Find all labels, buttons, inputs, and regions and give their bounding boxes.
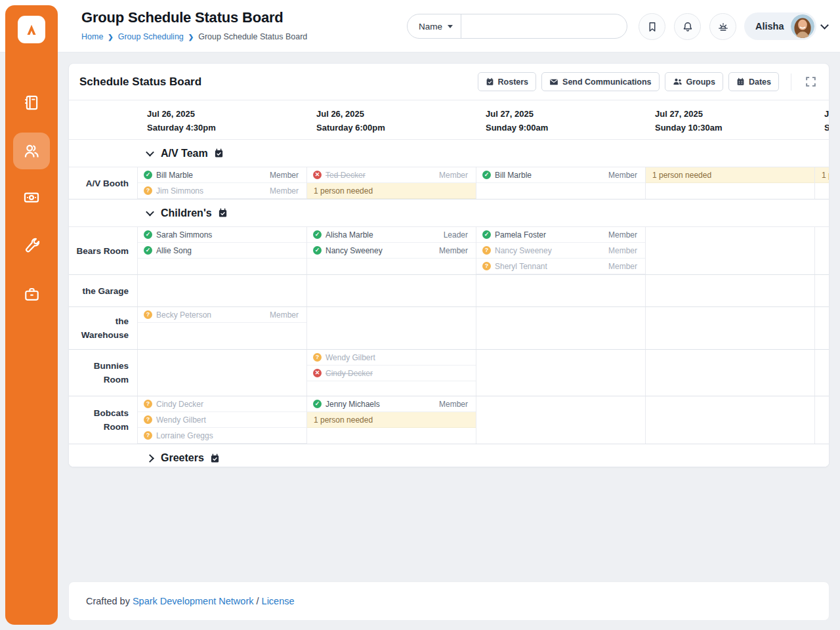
schedule-cell: ✓Pamela FosterMember?Nancy SweeneyMember…	[476, 227, 646, 274]
occurrence-header: Jul 26, 2025Saturday 4:30pm	[138, 100, 307, 139]
sidebar-item-tools[interactable]	[13, 226, 50, 263]
group-header-children-s[interactable]: Children's	[69, 200, 830, 227]
sidebar-item-work[interactable]	[13, 276, 50, 312]
notifications-button[interactable]	[674, 13, 701, 40]
empty-slot	[307, 275, 476, 291]
send-communications-button[interactable]: Send Communications	[541, 72, 659, 91]
empty-slot	[815, 227, 830, 243]
calendar-check-icon	[486, 77, 494, 86]
person-role: Member	[603, 246, 637, 255]
breadcrumb-group-scheduling-link[interactable]: Group Scheduling	[118, 32, 184, 41]
calendar-check-icon	[210, 453, 220, 463]
empty-slot	[646, 307, 814, 323]
license-link[interactable]: License	[262, 596, 295, 606]
empty-slot	[815, 307, 830, 323]
person-name: Nancy Sweeney	[326, 246, 383, 255]
status-confirmed-icon: ✓	[144, 246, 152, 255]
schedule-cell	[815, 350, 830, 396]
status-confirmed-icon: ✓	[313, 230, 322, 239]
avatar	[791, 14, 814, 38]
person-role: Leader	[438, 230, 468, 240]
needed-slot: 1 person needed	[307, 412, 476, 428]
empty-slot	[476, 183, 645, 199]
users-icon	[673, 77, 682, 86]
assignment-slot: ✓Bill MarbleMember	[138, 167, 306, 183]
schedule-cell: ✓Bill MarbleMember?Jim SimmonsMember	[138, 167, 307, 199]
bookmark-button[interactable]	[639, 13, 665, 40]
search-input[interactable]	[461, 14, 627, 38]
sidebar-item-book[interactable]	[13, 84, 50, 121]
sidebar-item-people[interactable]	[13, 133, 50, 169]
empty-slot	[307, 307, 476, 323]
footer-card: Crafted by Spark Development Network / L…	[68, 581, 830, 621]
fullscreen-button[interactable]	[802, 73, 820, 91]
assignment-slot: ✕Ted DeckerMember	[307, 167, 476, 183]
occurrence-header: Jul 27, 2025Sunday 10:30am	[646, 100, 815, 139]
room-label: A/V Booth	[69, 167, 138, 199]
group-header-greeters[interactable]: Greeters	[69, 444, 830, 467]
status-pending-icon: ?	[144, 310, 152, 319]
person-role: Member	[434, 400, 468, 409]
schedule-cell	[815, 307, 830, 349]
schedule-cell: 1 person needed	[646, 167, 815, 199]
money-icon	[22, 188, 41, 207]
schedule-cell: ?Wendy Gilbert✕Cindy Decker	[307, 350, 476, 396]
breadcrumb-current: Group Schedule Status Board	[198, 32, 307, 41]
sun-horizon-icon	[717, 20, 730, 33]
empty-slot	[815, 323, 830, 339]
empty-slot	[138, 366, 306, 381]
group-header-a-v-team[interactable]: A/V Team	[69, 140, 830, 167]
spark-development-network-link[interactable]: Spark Development Network	[133, 596, 254, 606]
user-menu[interactable]: Alisha	[744, 12, 816, 40]
needed-slot: 1 pe	[815, 167, 830, 183]
empty-slot	[476, 323, 645, 339]
status-pending-icon: ?	[144, 415, 152, 424]
assignment-slot: ?Jim SimmonsMember	[138, 183, 306, 199]
needed-slot: 1 person needed	[307, 183, 476, 199]
wrench-icon	[23, 236, 41, 254]
occurrence-date: Jul 26, 2025	[316, 107, 476, 121]
dates-label: Dates	[749, 77, 771, 87]
groups-button[interactable]: Groups	[665, 72, 723, 91]
breadcrumb-separator: ❯	[188, 33, 194, 41]
empty-slot	[138, 275, 306, 291]
empty-slot	[476, 275, 645, 291]
dates-button[interactable]: Dates	[728, 72, 779, 91]
chevron-down-icon	[146, 148, 154, 157]
occurrence-header: Jul 26, 2025Saturday 6:00pm	[307, 100, 476, 139]
rosters-button[interactable]: Rosters	[478, 72, 537, 91]
empty-slot	[815, 339, 830, 349]
user-name: Alisha	[755, 21, 784, 32]
chevron-down-icon[interactable]	[820, 21, 829, 30]
group-name: A/V Team	[161, 148, 208, 159]
occurrence-time: Sunday 9:00am	[486, 121, 646, 135]
empty-slot	[815, 275, 830, 291]
occurrence-date: Ju	[824, 107, 830, 121]
rock-logo[interactable]	[18, 16, 45, 43]
person-name: Cindy Decker	[326, 369, 373, 378]
breadcrumb-home-link[interactable]: Home	[81, 32, 103, 41]
empty-slot	[646, 275, 814, 291]
send-communications-label: Send Communications	[562, 77, 651, 87]
empty-slot	[815, 366, 830, 381]
room-label: Bobcats Room	[69, 396, 138, 444]
caret-down-icon	[448, 25, 453, 28]
schedule-cell	[646, 307, 815, 349]
assignment-slot: ✕Cindy Decker	[307, 366, 476, 381]
empty-slot	[646, 323, 814, 339]
theme-toggle-button[interactable]	[709, 13, 736, 40]
page-title: Group Schedule Status Board	[81, 9, 284, 26]
person-name: Sheryl Tennant	[495, 262, 547, 271]
schedule-cell	[476, 350, 646, 396]
empty-slot	[307, 339, 476, 349]
empty-slot	[476, 412, 645, 428]
sidebar-item-finance[interactable]	[13, 179, 50, 216]
schedule-cell: 1 pe	[815, 167, 830, 199]
panel-header: Schedule Status Board Rosters Send Commu…	[69, 64, 829, 100]
breadcrumb: Home ❯ Group Scheduling ❯ Group Schedule…	[81, 32, 307, 41]
schedule-cell	[138, 350, 307, 396]
search-category-dropdown[interactable]: Name	[408, 14, 461, 38]
person-name: Jenny Michaels	[326, 400, 380, 409]
empty-slot	[476, 291, 645, 306]
sidebar	[5, 5, 58, 625]
